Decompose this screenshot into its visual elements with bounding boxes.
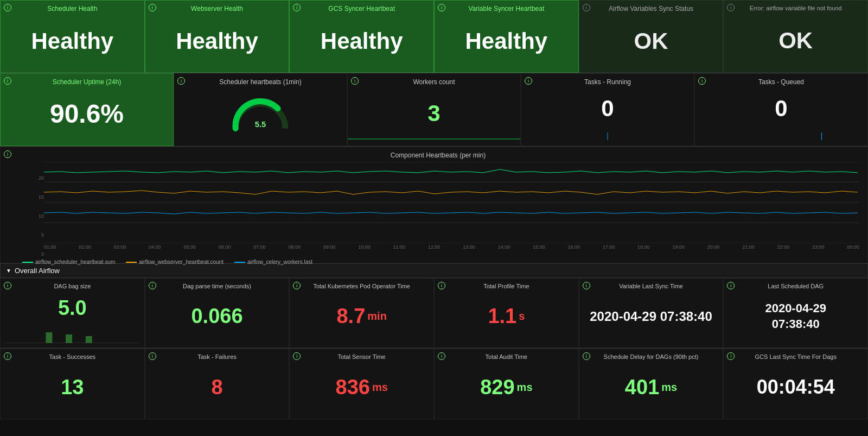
chart-legend: airflow_scheduler_heartbeat.sum airflow_… [17, 259, 859, 265]
x-label-4: 04:00 [149, 244, 161, 250]
airflow-sensor-time-value: 836ms [295, 360, 428, 414]
x-label-17: 17:00 [603, 244, 615, 250]
tasks-running-sparkline-svg [527, 131, 688, 141]
health-card-airflow-vars-title: Airflow Variables Sync Status [585, 5, 718, 12]
airflow-sensor-time-unit: ms [372, 381, 388, 394]
x-label-12: 12:00 [428, 244, 441, 250]
airflow-card-schedule-delay: i Schedule Delay for DAGs (90th pct) 401… [579, 349, 724, 419]
x-label-16: 16:00 [567, 244, 580, 250]
metric-card-uptime: i Scheduler Uptime (24h) 90.6% [0, 73, 174, 146]
gauge-svg: 5.5 [231, 94, 290, 132]
airflow-k8s-pod-unit: min [367, 310, 387, 323]
y-label-20: 20 [39, 175, 44, 181]
info-icon-task-success[interactable]: i [4, 352, 11, 360]
info-icon-workers[interactable]: i [351, 77, 359, 85]
airflow-audit-time-title: Total Audit Time [440, 353, 573, 360]
airflow-card-sensor-time: i Total Sensor Time 836ms [289, 349, 434, 419]
health-card-error-title: Error: airflow variable file not found [729, 5, 862, 11]
x-label-18: 18:00 [637, 244, 650, 250]
airflow-card-dag-bag-size: i DAG bag size 5.0 [0, 278, 145, 348]
info-icon-heartbeat[interactable]: i [177, 77, 185, 85]
airflow-var-sync-title: Variable Last Sync Time [585, 283, 718, 289]
x-label-15: 15:00 [533, 244, 545, 250]
health-card-webserver-value: Healthy [151, 15, 284, 68]
airflow-dag-parse-title: Dag parse time (seconds) [151, 283, 284, 289]
health-card-scheduler-value: Healthy [6, 15, 139, 68]
section-label: Overall Airflow [15, 267, 60, 275]
x-label-11: 11:00 [393, 244, 406, 250]
info-icon-task-failure[interactable]: i [149, 352, 156, 360]
info-icon-airflow-vars[interactable]: i [583, 4, 590, 11]
airflow-gcs-sync-value: 00:04:54 [729, 360, 862, 414]
info-icon-chart[interactable]: i [4, 150, 11, 158]
dashboard: i Scheduler Health Healthy i Webserver H… [0, 0, 868, 419]
health-card-error-value: OK [729, 14, 862, 68]
info-icon-tasks-running[interactable]: i [525, 77, 532, 85]
metric-card-workers: i Workers count 3 [347, 73, 521, 146]
airflow-gcs-sync-title: GCS Last Sync Time For Dags [729, 353, 862, 360]
airflow-audit-time-unit: ms [517, 381, 533, 394]
y-label-15: 15 [39, 194, 44, 200]
dag-bag-mini-svg [6, 328, 139, 343]
gauge-container: 5.5 [180, 86, 341, 141]
metric-tasks-running-title: Tasks - Running [527, 78, 688, 86]
info-icon-schedule-delay[interactable]: i [583, 352, 590, 360]
info-icon-profile-time[interactable]: i [438, 282, 445, 289]
workers-sparkline-svg [348, 131, 520, 141]
airflow-card-audit-time: i Total Audit Time 829ms [434, 349, 579, 419]
health-card-gcs-value: Healthy [295, 15, 428, 68]
legend-celery: airflow_celery_workers.last [234, 259, 312, 265]
info-icon-var-sync[interactable]: i [583, 282, 590, 289]
airflow-dag-bag-title: DAG bag size [6, 283, 139, 289]
chart-row: i Component Heartbeats (per min) 20 15 1… [0, 147, 868, 263]
tasks-queued-sparkline-svg [700, 131, 862, 141]
x-label-20: 20:00 [707, 244, 720, 250]
y-label-10: 10 [39, 213, 44, 219]
legend-label-webserver: airflow_webserver_heartbeat.count [139, 259, 224, 265]
legend-dot-scheduler [22, 262, 33, 263]
svg-rect-10 [66, 334, 72, 343]
workers-sparkline [348, 131, 520, 141]
x-label-24: 00:00 [847, 244, 859, 250]
chart-svg-container: 01:00 02:00 03:00 04:00 05:00 06:00 07:0… [44, 162, 859, 243]
metric-workers-title: Workers count [353, 78, 515, 86]
airflow-row-1: i DAG bag size 5.0 i Dag parse time (sec… [0, 278, 868, 349]
health-card-gcs-title: GCS Syncer Heartbeat [295, 5, 428, 12]
x-label-21: 21:00 [742, 244, 755, 250]
svg-rect-11 [86, 336, 92, 343]
info-icon-scheduler[interactable]: i [4, 4, 11, 11]
y-label-0: 0 [41, 251, 44, 257]
metric-tasks-running-value: 0 [527, 86, 688, 131]
info-icon-tasks-queued[interactable]: i [698, 77, 706, 85]
metric-card-tasks-running: i Tasks - Running 0 [521, 73, 694, 146]
info-icon-audit-time[interactable]: i [438, 352, 445, 360]
info-icon-webserver[interactable]: i [149, 4, 156, 11]
metric-tasks-queued-title: Tasks - Queued [700, 78, 862, 86]
health-card-variable-syncer: i Variable Syncer Heartbeat Healthy [434, 0, 579, 73]
airflow-card-dag-parse: i Dag parse time (seconds) 0.066 [145, 278, 290, 348]
airflow-task-failure-title: Task - Failures [151, 353, 284, 360]
overall-airflow-header[interactable]: ▼ Overall Airflow [0, 263, 868, 278]
x-label-3: 03:00 [114, 244, 126, 250]
legend-dot-celery [234, 262, 245, 263]
x-label-10: 10:00 [358, 244, 371, 250]
airflow-last-dag-value: 2020-04-29 07:38:40 [729, 289, 862, 343]
tasks-running-sparkline [527, 131, 688, 141]
info-icon-dag-parse[interactable]: i [149, 282, 156, 289]
airflow-sensor-time-title: Total Sensor Time [295, 353, 428, 360]
info-icon-dag-bag[interactable]: i [4, 282, 11, 289]
health-card-webserver-title: Webserver Health [151, 5, 284, 12]
health-card-variable-syncer-title: Variable Syncer Heartbeat [440, 5, 573, 12]
x-label-13: 13:00 [463, 244, 475, 250]
y-axis: 20 15 10 5 0 [30, 175, 44, 257]
airflow-card-var-sync: i Variable Last Sync Time 2020-04-29 07:… [579, 278, 724, 348]
legend-label-celery: airflow_celery_workers.last [247, 259, 312, 265]
info-icon-variable-syncer[interactable]: i [438, 4, 445, 11]
x-label-2: 02:00 [79, 244, 91, 250]
airflow-dag-parse-value: 0.066 [151, 289, 284, 343]
health-card-scheduler: i Scheduler Health Healthy [0, 0, 145, 73]
airflow-task-success-title: Task - Successes [6, 353, 139, 360]
x-label-6: 06:00 [219, 244, 231, 250]
airflow-schedule-delay-value: 401ms [585, 360, 718, 414]
info-icon-uptime[interactable]: i [4, 77, 11, 85]
